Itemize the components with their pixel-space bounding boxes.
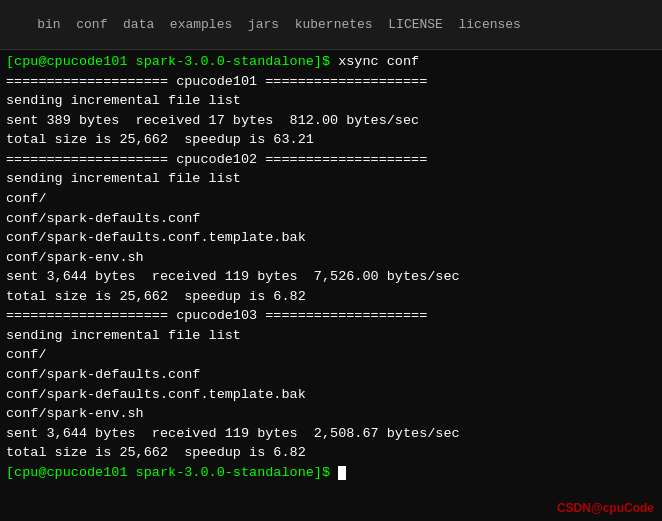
terminal-line: [cpu@cpucode101 spark-3.0.0-standalone]$ [6,463,656,483]
terminal-line: ==================== cpucode103 ========… [6,306,656,326]
terminal-line: conf/ [6,189,656,209]
terminal-line: conf/ [6,345,656,365]
terminal-line: conf/spark-defaults.conf [6,209,656,229]
terminal-line: sent 3,644 bytes received 119 bytes 2,50… [6,424,656,444]
terminal-line: conf/spark-env.sh [6,248,656,268]
top-nav-bar: bin conf data examples jars kubernetes L… [0,0,662,50]
terminal-window: bin conf data examples jars kubernetes L… [0,0,662,521]
terminal-line: total size is 25,662 speedup is 6.82 [6,443,656,463]
terminal-line: conf/spark-defaults.conf [6,365,656,385]
terminal-line: conf/spark-defaults.conf.template.bak [6,228,656,248]
terminal-line: sending incremental file list [6,326,656,346]
terminal-line: sent 389 bytes received 17 bytes 812.00 … [6,111,656,131]
terminal-line: sent 3,644 bytes received 119 bytes 7,52… [6,267,656,287]
terminal-line: ==================== cpucode101 ========… [6,72,656,92]
terminal-line: conf/spark-env.sh [6,404,656,424]
terminal-content[interactable]: [cpu@cpucode101 spark-3.0.0-standalone]$… [0,50,662,488]
terminal-line: ==================== cpucode102 ========… [6,150,656,170]
terminal-line: sending incremental file list [6,91,656,111]
terminal-line: total size is 25,662 speedup is 63.21 [6,130,656,150]
terminal-line: conf/spark-defaults.conf.template.bak [6,385,656,405]
terminal-line: sending incremental file list [6,169,656,189]
terminal-line: total size is 25,662 speedup is 6.82 [6,287,656,307]
terminal-line: [cpu@cpucode101 spark-3.0.0-standalone]$… [6,52,656,72]
top-nav-text: bin conf data examples jars kubernetes L… [37,17,521,32]
watermark-label: CSDN@cpuCode [557,501,654,515]
